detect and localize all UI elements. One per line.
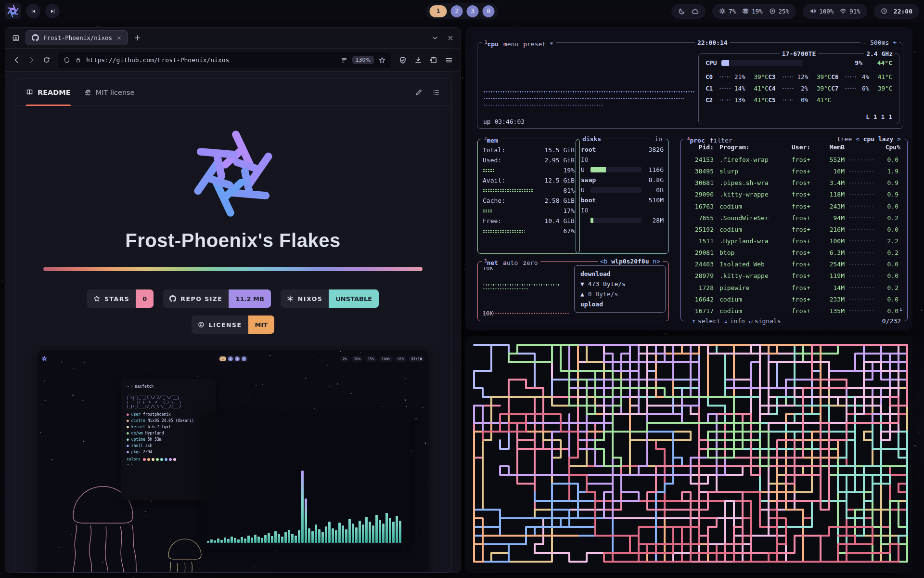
update-interval-control[interactable]: - 500ms + (860, 39, 899, 47)
process-row[interactable]: 28979.kitty-wrappefros+119M0.0 (688, 272, 898, 280)
process-row[interactable]: 24403Isolated Webfros+254M0.0 (688, 260, 898, 268)
fetch-colors-row: colors (127, 457, 210, 461)
fetch-info-row: ●shellzsh (127, 443, 210, 448)
top-bar: 1238 7%19%25% 100%91% 22:00 (0, 0, 924, 22)
process-row[interactable]: 16717codiumfros+135M0.0 (688, 307, 898, 315)
refresh-button[interactable] (43, 56, 50, 64)
menu-button[interactable]: menu (503, 40, 518, 48)
core-grid: C021%39°CC312%39°CC64%41°CC114%41°CC42%3… (699, 67, 899, 104)
downloads-icon[interactable] (414, 56, 422, 64)
net-auto-toggle[interactable]: auto (503, 259, 518, 266)
window-close-icon[interactable] (447, 35, 454, 41)
new-tab-button[interactable] (134, 34, 141, 41)
disk-rows: root382GIOU116Gswap8.8GU0Bboot510MIO28M (576, 139, 668, 231)
bookmark-star-icon[interactable] (379, 57, 385, 64)
reader-mode-icon[interactable] (341, 57, 347, 64)
stat-memory[interactable]: 19% (742, 8, 763, 15)
outline-list-icon[interactable] (432, 89, 440, 96)
process-row[interactable]: 30681.pipes.sh-wrafros+3.4M0.9 (688, 179, 898, 187)
media-prev-button[interactable] (26, 4, 40, 18)
process-footer-keys[interactable]: ↑select↓info↵signals (686, 317, 783, 325)
process-sort-control[interactable]: tree < cpu lazy > (830, 135, 903, 143)
edit-pencil-icon[interactable] (415, 89, 423, 96)
rainbow-divider (43, 267, 423, 271)
workspace-3[interactable]: 3 (467, 5, 479, 17)
process-row[interactable]: 24153.firefox-wrapfros+552M0.0 (688, 156, 898, 164)
tab-close-icon[interactable] (116, 35, 122, 40)
workspace-8[interactable]: 8 (483, 5, 495, 17)
process-list: 24153.firefox-wrapfros+552M0.038495slurp… (681, 156, 905, 315)
pipes-terminal-window (465, 336, 912, 573)
tree-toggle[interactable]: tree (837, 135, 852, 143)
mini-workspace: 3 (235, 356, 240, 361)
github-icon (32, 34, 39, 41)
cloud-icon (692, 8, 699, 15)
address-bar[interactable]: https://github.com/Frost-Phoenix/nixos 1… (58, 52, 391, 68)
cpu-graph (483, 91, 695, 93)
github-icon (169, 295, 176, 302)
moon-icon (678, 8, 685, 15)
pipes-screensaver (465, 336, 912, 573)
chevron-down-icon[interactable] (432, 35, 438, 41)
scroll-down-indicator[interactable]: ↓ (899, 305, 903, 313)
badge-license: LICENSEMIT (192, 315, 275, 334)
tab-readme[interactable]: README (26, 79, 71, 105)
disk-io-label: IO (581, 206, 664, 215)
tab-mit-license[interactable]: MIT license (84, 79, 135, 105)
clock: 22:00 (894, 8, 912, 15)
stat-disk[interactable]: 25% (769, 8, 790, 15)
memory-gauge: 81% (483, 185, 575, 196)
browser-tab[interactable]: Frost-Phoenix/nixos (26, 30, 128, 45)
network-interface[interactable]: <b wlp0s20f0u n> (598, 257, 663, 265)
clock-widget[interactable]: 22:00 (874, 4, 919, 19)
back-button[interactable] (13, 56, 20, 64)
menu-icon[interactable] (445, 56, 453, 64)
system-stats-widget[interactable]: 7%19%25% (712, 4, 796, 19)
adblock-shield-icon[interactable] (399, 56, 407, 64)
memory-row: Cache:2.58 GiB (483, 196, 575, 206)
stat-wifi[interactable]: 91% (840, 8, 860, 15)
process-row[interactable]: 38495slurpfros+16M1.9 (688, 167, 898, 175)
lock-icon (75, 57, 81, 63)
screenshot-topbar: 1234 2%20%15%100%91%22:18 (41, 354, 424, 364)
workspace-2[interactable]: 2 (451, 5, 463, 17)
memory-row: Used:2.95 GiB (483, 155, 575, 165)
workspace-1[interactable]: 1 (430, 5, 447, 17)
wifi-icon (840, 8, 847, 14)
process-row[interactable]: 29090.kitty-wrappefros+118M0.9 (688, 190, 898, 198)
audio-network-widget[interactable]: 100%91% (803, 4, 867, 19)
preset-button[interactable]: preset * (523, 40, 553, 48)
io-toggle[interactable]: io (652, 135, 665, 143)
gear-icon (719, 8, 726, 14)
cpu-temp: 44°C (867, 59, 892, 67)
process-row[interactable]: 1728pipewirefros+14M0.2 (688, 284, 898, 292)
network-panel: 3netautozero <b wlp0s20f0u n> 10K 10K do… (477, 261, 669, 321)
upload-speed: ▲ 0 Byte/s (580, 289, 659, 299)
process-row[interactable]: 16642codiumfros+233M0.0 (688, 295, 898, 303)
zoom-level-badge[interactable]: 130% (352, 56, 374, 64)
filter-button[interactable]: filter (710, 137, 732, 144)
nixos-logo[interactable] (5, 3, 21, 19)
downloads-tray-icon[interactable] (12, 34, 20, 42)
extensions-icon[interactable] (430, 56, 437, 64)
file-tabs: READMEMIT license (26, 79, 135, 105)
process-row[interactable]: 16763codiumfros+243M0.0 (688, 202, 898, 210)
fetch-info-row: ●distroNixOS 24.05 (Uakari) (127, 418, 210, 423)
tab-strip: Frost-Phoenix/nixos (5, 27, 461, 49)
process-row[interactable]: 25192codiumfros+216M0.0 (688, 225, 898, 234)
process-row[interactable]: 29081btopfros+6.3M0.2 (688, 249, 898, 257)
process-row[interactable]: 1511.Hyprland-wrafros+100M2.2 (688, 237, 898, 245)
weather-widget[interactable] (671, 4, 706, 19)
forward-button[interactable] (28, 56, 35, 64)
tracking-shield-icon[interactable] (64, 57, 70, 64)
cpu-frequency: 2.4 GHz (864, 50, 895, 58)
media-next-button[interactable] (45, 4, 60, 18)
stat-gear[interactable]: 7% (719, 8, 736, 15)
process-row[interactable]: 7655.SoundWireSerfros+94M0.2 (688, 214, 898, 222)
disk-row: boot510M (581, 196, 664, 205)
btop-clock: 22:00:14 (695, 39, 730, 47)
stat-volume[interactable]: 100% (809, 8, 834, 15)
net-zero-toggle[interactable]: zero (523, 259, 538, 266)
core-row: C42%39°C (769, 84, 832, 92)
disk-icon (769, 8, 776, 14)
